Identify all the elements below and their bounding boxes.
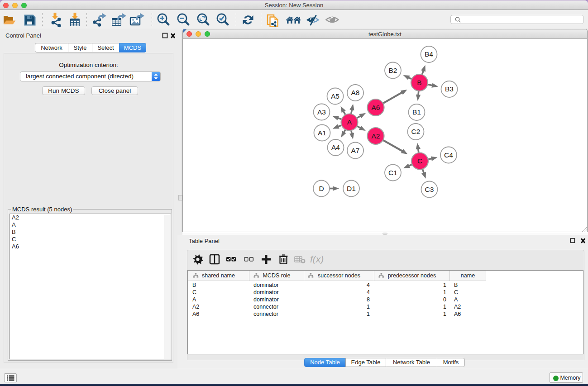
svg-text:A4: A4: [331, 143, 340, 151]
svg-text:A2: A2: [372, 132, 380, 140]
svg-text:C3: C3: [425, 186, 434, 193]
svg-text:C1: C1: [388, 169, 397, 176]
svg-text:A3: A3: [317, 108, 326, 116]
svg-text:B2: B2: [389, 67, 397, 74]
svg-text:A5: A5: [331, 92, 339, 100]
svg-text:A6: A6: [372, 104, 380, 111]
svg-text:B1: B1: [412, 108, 421, 116]
svg-text:B4: B4: [425, 50, 433, 58]
svg-text:f(x): f(x): [310, 254, 324, 264]
svg-text:C: C: [417, 157, 422, 165]
svg-text:A7: A7: [351, 147, 360, 154]
svg-text:D: D: [319, 185, 324, 192]
svg-text:D1: D1: [347, 185, 356, 192]
svg-text:A8: A8: [351, 89, 360, 96]
svg-text:C4: C4: [444, 151, 453, 159]
svg-text:B3: B3: [445, 85, 454, 93]
svg-text:A: A: [347, 118, 352, 126]
svg-text:A1: A1: [318, 129, 326, 137]
svg-text:C2: C2: [411, 128, 421, 135]
svg-text:B: B: [417, 79, 421, 86]
